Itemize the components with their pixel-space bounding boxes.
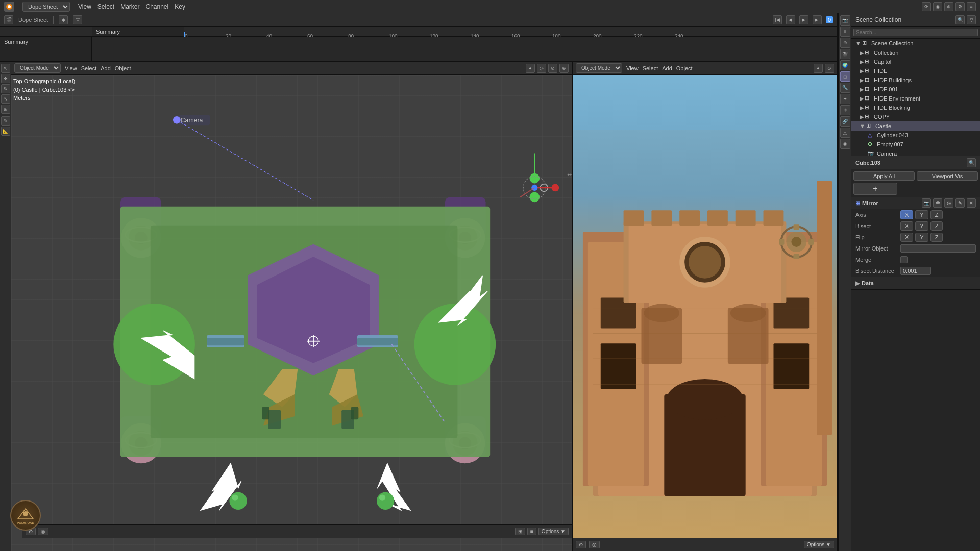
editor-type-selector[interactable]: Dope Sheet xyxy=(22,2,70,12)
right-options-btn[interactable]: Options ▼ xyxy=(804,541,834,548)
outliner-item-empty-007[interactable]: ⊕ Empty.007 xyxy=(851,140,980,149)
menu-select[interactable]: Select xyxy=(97,3,114,10)
constraints-props-btn[interactable]: 🔗 xyxy=(840,116,850,127)
right-view-menu[interactable]: View xyxy=(626,65,639,71)
right-overlay[interactable]: ⊙ xyxy=(825,64,834,73)
prop-search-btn[interactable]: 🔍 xyxy=(967,158,976,167)
axis-y-btn[interactable]: Y xyxy=(915,210,928,219)
viewport-vis-btn[interactable]: Viewport Vis xyxy=(917,171,978,181)
outliner-search-btn[interactable]: 🔍 xyxy=(955,15,965,24)
menu-key[interactable]: Key xyxy=(175,3,185,10)
modifier-props-btn[interactable]: 🔧 xyxy=(840,83,850,93)
viewport-shading-solid[interactable]: ● xyxy=(526,64,535,73)
view-menu[interactable]: View xyxy=(65,65,77,71)
transform-tool-btn[interactable]: ⊞ xyxy=(1,105,10,114)
outliner-item-hide-blocking[interactable]: ▶ ⊞ HIDE Blocking xyxy=(851,103,980,112)
right-select-menu[interactable]: Select xyxy=(643,65,658,71)
axis-x-btn[interactable]: X xyxy=(900,210,913,219)
viewport-options-btn[interactable]: Options ▼ xyxy=(538,528,569,535)
outliner-item-hide[interactable]: ▶ ⊞ HIDE xyxy=(851,66,980,76)
material-props-btn[interactable]: ◉ xyxy=(840,139,850,149)
right-object-menu[interactable]: Object xyxy=(676,65,693,71)
outliner-item-hide-001[interactable]: ▶ ⊞ HIDE.001 xyxy=(851,85,980,94)
right-proportional-btn[interactable]: ◎ xyxy=(589,541,600,548)
bisect-dist-input[interactable] xyxy=(900,267,931,275)
viewport-shading-render[interactable]: ◎ xyxy=(537,64,546,73)
particles-props-btn[interactable]: ✦ xyxy=(840,94,850,104)
outliner-filter-btn[interactable]: ▽ xyxy=(967,15,976,24)
output-props-btn[interactable]: 🖥 xyxy=(840,27,850,37)
outliner-search-input[interactable] xyxy=(853,29,978,36)
object-mode-selector[interactable]: Object Mode xyxy=(14,63,61,73)
measure-btn[interactable]: 📐 xyxy=(1,127,10,136)
mirror-camera-icon[interactable]: 📷 xyxy=(922,198,931,208)
annotate-btn[interactable]: ✎ xyxy=(1,116,10,126)
scale-tool-btn[interactable]: ⤡ xyxy=(1,94,10,104)
flip-y-btn[interactable]: Y xyxy=(915,233,928,242)
physics-props-btn[interactable]: ⚛ xyxy=(840,105,850,115)
view-layer-props-btn[interactable]: ⊕ xyxy=(840,38,850,48)
world-props-btn[interactable]: 🌍 xyxy=(840,60,850,70)
settings-icon[interactable]: ≡ xyxy=(967,2,976,11)
bisect-y-btn[interactable]: Y xyxy=(915,221,928,231)
dope-right-tracks[interactable] xyxy=(92,37,837,62)
filter-icon[interactable]: ⚙ xyxy=(955,2,965,11)
gizmo-icon[interactable]: ⊕ xyxy=(944,2,953,11)
viewport-gizmo[interactable]: ⊕ xyxy=(559,64,569,73)
right-3d-canvas[interactable]: ⊙ ◎ Options ▼ xyxy=(573,75,837,551)
outliner-item-hide-env[interactable]: ▶ ⊞ HIDE Environment xyxy=(851,94,980,103)
merge-checkbox[interactable] xyxy=(900,256,908,263)
outliner-item-collection[interactable]: ▶ ⊞ Collection xyxy=(851,48,980,57)
select-menu[interactable]: Select xyxy=(81,65,97,71)
viewport-icon-btn1[interactable]: ⊞ xyxy=(515,528,525,535)
viewport-overlay[interactable]: ⊙ xyxy=(548,64,557,73)
proportional-btn[interactable]: ◎ xyxy=(38,528,48,535)
object-menu[interactable]: Object xyxy=(115,65,131,71)
left-3d-canvas[interactable]: Camera xyxy=(11,75,572,551)
add-menu[interactable]: Add xyxy=(101,65,111,71)
outliner-item-hide-buildings[interactable]: ▶ ⊞ HIDE Buildings xyxy=(851,76,980,85)
mirror-section-header[interactable]: ⊞ Mirror 📷 👁 ◎ ✎ ✕ xyxy=(851,197,980,209)
right-mode-selector[interactable]: Object Mode xyxy=(576,63,622,73)
axis-z-btn[interactable]: Z xyxy=(930,210,943,219)
right-snap-btn[interactable]: ⊙ xyxy=(576,541,586,548)
current-frame-display[interactable]: 0 xyxy=(826,16,833,23)
flip-x-btn[interactable]: X xyxy=(900,233,913,242)
outliner-scroll[interactable]: ▼ ⊞ Scene Collection ▶ ⊞ Collection ▶ xyxy=(851,39,980,156)
filter-dope-btn[interactable]: ▽ xyxy=(73,15,82,24)
mirror-edit-icon[interactable]: ✎ xyxy=(955,198,965,208)
outliner-item-capitol[interactable]: ▶ ⊞ Capitol xyxy=(851,57,980,66)
right-shading-solid[interactable]: ● xyxy=(814,64,823,73)
overlay-icon[interactable]: ◉ xyxy=(933,2,942,11)
jump-start-btn[interactable]: |◀ xyxy=(773,15,782,24)
move-tool-btn[interactable]: ✥ xyxy=(1,74,10,83)
outliner-item-scene-collection[interactable]: ▼ ⊞ Scene Collection xyxy=(851,39,980,48)
outliner-item-camera[interactable]: 📷 Camera xyxy=(851,149,980,156)
render-props-btn[interactable]: 📷 xyxy=(840,15,850,26)
outliner-item-castle[interactable]: ▼ ⊞ Castle xyxy=(851,121,980,131)
play-btn[interactable]: ▶ xyxy=(799,15,808,24)
right-add-menu[interactable]: Add xyxy=(662,65,672,71)
flip-z-btn[interactable]: Z xyxy=(930,233,943,242)
add-modifier-btn[interactable]: + xyxy=(853,183,897,195)
data-props-btn[interactable]: △ xyxy=(840,128,850,138)
viewport-icon-btn2[interactable]: ≡ xyxy=(527,528,536,535)
dope-mode-icon[interactable]: 🎬 xyxy=(4,15,13,24)
mirror-delete-icon[interactable]: ✕ xyxy=(967,198,976,208)
apply-all-btn[interactable]: Apply All xyxy=(853,171,915,181)
mirror-render-icon[interactable]: ◎ xyxy=(944,198,953,208)
rotate-tool-btn[interactable]: ↻ xyxy=(1,84,10,93)
object-props-btn[interactable]: ◻ xyxy=(840,71,850,82)
outliner-item-copy[interactable]: ▶ ⊞ COPY xyxy=(851,112,980,121)
bisect-z-btn[interactable]: Z xyxy=(930,221,943,231)
menu-view[interactable]: View xyxy=(78,3,91,10)
sync-icon[interactable]: ⟳ xyxy=(922,2,931,11)
scene-props-btn[interactable]: 🎬 xyxy=(840,49,850,59)
outliner-item-cylinder-043[interactable]: △ Cylinder.043 xyxy=(851,131,980,140)
select-tool-btn[interactable]: ↖ xyxy=(1,64,10,73)
bisect-x-btn[interactable]: X xyxy=(900,221,913,231)
right-3d-viewport[interactable]: Object Mode View Select Add Object ● ⊙ xyxy=(572,62,837,551)
menu-channel[interactable]: Channel xyxy=(146,3,169,10)
mirror-vis-icon[interactable]: 👁 xyxy=(933,198,942,208)
left-3d-viewport[interactable]: Object Mode View Select Add Object ● ◎ ⊙… xyxy=(11,62,572,551)
